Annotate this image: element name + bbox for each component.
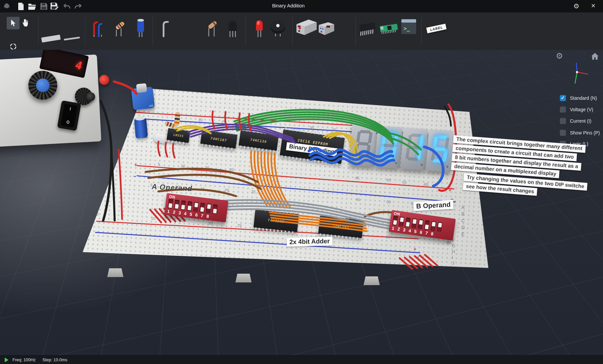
settings-gear-icon[interactable]: ⚙ [573, 2, 579, 10]
new-file-button[interactable] [17, 2, 25, 10]
negative-jack[interactable] [86, 92, 95, 101]
led-component-button[interactable] [254, 17, 265, 38]
select-tool-button[interactable] [7, 17, 20, 29]
board-foot [364, 276, 380, 285]
dip-a-switch-6[interactable] [200, 203, 205, 212]
column-number: 45 [356, 198, 360, 202]
ic-74hc139[interactable]: 74HC139 [238, 130, 279, 151]
seven-segment-digit [375, 126, 402, 169]
column-number: 35 [310, 126, 314, 130]
capacitor-component-button[interactable] [135, 17, 146, 38]
dip-ic-component-button[interactable] [357, 20, 378, 37]
redo-button[interactable] [74, 2, 82, 10]
svg-text:>_: >_ [404, 26, 410, 32]
knob-cap [36, 79, 50, 92]
breadboard-component-button[interactable] [40, 33, 62, 44]
step-readout: Step: 10.0ms [42, 358, 67, 362]
arduino-nano-component-button[interactable] [378, 21, 399, 35]
checkbox[interactable] [560, 107, 566, 113]
ic-74hc283-2[interactable]: 74HC283 [318, 215, 364, 238]
svg-text:88: 88 [327, 26, 329, 28]
voltage-knob[interactable] [28, 71, 57, 100]
dip-b-switch-6[interactable] [424, 220, 430, 230]
toolbar-separator [38, 17, 38, 46]
dip-b-switch-5[interactable] [418, 219, 424, 229]
bench-power-supply[interactable]: 4 IO [0, 50, 109, 156]
resistor-component-button[interactable] [113, 18, 127, 37]
view-option-voltage[interactable]: Voltage (V) [560, 107, 593, 113]
rail-minus-mark: − [416, 255, 419, 259]
dip-a-switch-5[interactable] [193, 202, 199, 212]
column-number: 10 [198, 118, 203, 122]
scene-settings-gear-icon[interactable]: ⚙ [556, 51, 563, 61]
toolbar-separator [85, 17, 85, 46]
toolbar-separator [246, 17, 246, 46]
label-tag-icon: LABEL [426, 24, 447, 33]
dip-b-switch-7[interactable] [430, 221, 436, 231]
positive-jack[interactable] [99, 75, 109, 85]
rod-component-button[interactable] [63, 35, 81, 42]
column-number: 10 [181, 164, 185, 168]
terminal-component-button[interactable]: >_ [401, 19, 417, 35]
column-number: 40 [332, 128, 336, 132]
view-option-current[interactable]: Current (I) [560, 118, 592, 124]
column-number: 50 [386, 178, 391, 182]
column-number: 10 [151, 216, 155, 221]
seven-segment-digit [349, 124, 377, 167]
dip-b-switch-2[interactable] [399, 217, 404, 227]
column-number: 60 [424, 182, 428, 187]
dip-a-switch-2[interactable] [174, 200, 179, 209]
ic-lm555[interactable]: LM555 [167, 128, 190, 143]
scene-viewport[interactable]: 4 IO + − + − + + − [0, 50, 603, 355]
dip-b-switch-1[interactable] [392, 216, 398, 226]
row-letters: ABCDE [107, 161, 110, 186]
toolbar-separator [152, 17, 153, 46]
dip-a-switch-3[interactable] [180, 201, 186, 210]
window-title: Binary Addition [272, 3, 305, 8]
column-number: 5 [158, 162, 160, 166]
checkbox[interactable] [560, 95, 566, 101]
power-supply-component-button[interactable] [295, 18, 318, 37]
buzzer-component-button[interactable] [269, 19, 287, 37]
dip-b-switch-4[interactable] [411, 218, 417, 229]
view-option-show-pins[interactable]: Show Pins (P) [560, 130, 600, 136]
save-as-button[interactable] [51, 2, 59, 10]
dip-b-switch-8[interactable] [437, 222, 442, 232]
checkbox[interactable] [560, 118, 566, 124]
wire-pin-component-button[interactable] [160, 18, 171, 37]
home-view-icon[interactable] [591, 53, 599, 60]
title-bar: Binary Addition ⚙ ✕ [0, 0, 603, 13]
open-file-button[interactable] [28, 2, 36, 10]
diode-component-button[interactable] [206, 18, 219, 37]
dip-b-switch-3[interactable] [405, 217, 411, 228]
close-icon[interactable]: ✕ [591, 2, 596, 10]
app-logo-icon [3, 2, 11, 10]
toolbar-separator [355, 17, 356, 46]
checkbox[interactable] [560, 130, 566, 136]
play-icon[interactable] [5, 358, 8, 362]
dip-a-switch-8[interactable] [212, 204, 218, 214]
axis-gizmo[interactable] [568, 62, 590, 86]
undo-button[interactable] [63, 2, 71, 10]
label-component-button[interactable]: LABEL [424, 22, 449, 35]
transistor-component-button[interactable] [227, 17, 239, 38]
pot-shaft [136, 83, 147, 93]
save-button[interactable] [40, 2, 48, 10]
potentiometer[interactable]: 102 [131, 87, 155, 110]
bench-supply-component-button[interactable]: 88 [318, 21, 335, 37]
dip-a-switch-1[interactable] [168, 199, 173, 209]
electrolytic-capacitor[interactable] [134, 118, 148, 139]
board-foot [107, 268, 123, 277]
frequency-readout: Freq: 100Hz [12, 358, 36, 362]
rail-plus-mark: + [86, 218, 89, 222]
ic-74hc107[interactable]: 74HC107 [200, 130, 238, 149]
view-option-standard[interactable]: Standard (N) [560, 95, 597, 101]
column-number: 25 [237, 223, 242, 228]
seven-segment-display-group[interactable] [349, 124, 454, 172]
ic-eeprom[interactable]: 28C16 EEPROM Binary Decoding [280, 129, 345, 164]
hand-tool-button[interactable] [21, 18, 31, 28]
dip-a-switch-4[interactable] [187, 201, 192, 211]
ic-74hc283-1[interactable]: 74HC283 [254, 209, 299, 232]
dip-a-switch-7[interactable] [206, 204, 211, 213]
jumper-wire-component-button[interactable] [92, 18, 107, 37]
